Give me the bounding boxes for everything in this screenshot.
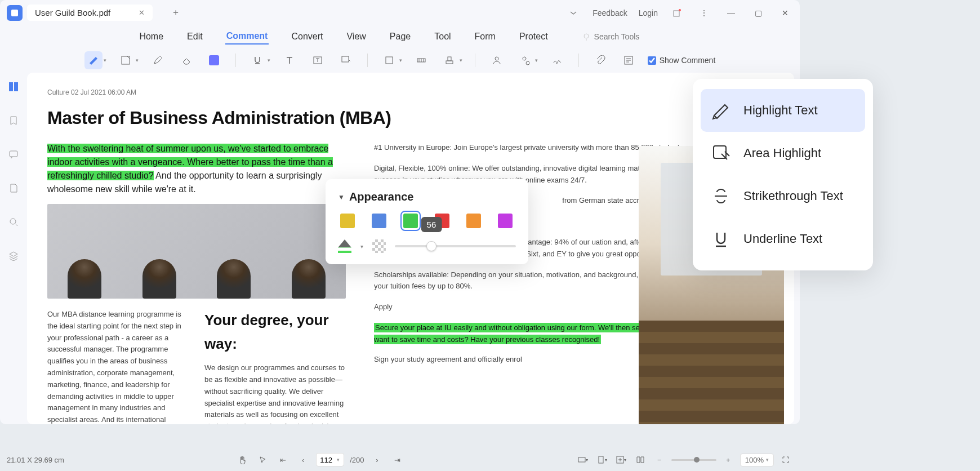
bookmark-icon[interactable] [5,112,22,129]
menu-page[interactable]: Page [389,29,412,44]
fill-color-icon[interactable] [338,239,351,253]
highlighter-icon[interactable] [84,51,103,69]
svg-point-2 [679,9,681,11]
zoom-in-icon[interactable]: + [721,452,736,467]
text-icon[interactable] [280,51,299,69]
svg-rect-11 [448,57,451,61]
menu-form[interactable]: Form [474,29,497,44]
user-settings-icon[interactable] [516,51,534,69]
user-icon[interactable] [488,51,506,69]
close-icon[interactable]: ✕ [777,5,793,21]
zoom-slider[interactable] [671,459,716,461]
underline-icon[interactable] [248,51,266,69]
anno-underline[interactable]: Underline Text [701,217,865,260]
fit-page-icon[interactable]: ▾ [595,452,609,467]
anno-label: Underline Text [743,232,822,246]
fit-width-icon[interactable]: ▾ [576,452,590,467]
comment-icon[interactable] [5,146,22,163]
comment-list-icon[interactable] [620,51,638,69]
hero-image [47,204,346,299]
svg-rect-10 [446,61,453,64]
show-comment-toggle[interactable]: Show Comment [648,56,716,65]
color-green[interactable] [403,214,418,228]
next-page-icon[interactable]: › [369,452,384,467]
transparency-icon[interactable] [372,239,386,253]
more-icon[interactable]: ⋮ [696,5,712,21]
note-icon[interactable] [117,51,135,69]
search-input[interactable] [594,32,662,41]
textbox-icon[interactable] [309,51,327,69]
zoom-value[interactable]: 100%▾ [740,454,774,466]
page-number-input[interactable] [320,456,337,464]
cursor-tool-icon[interactable] [255,452,270,467]
chevron-down-icon[interactable]: ▾ [104,57,106,63]
prev-page-icon[interactable]: ‹ [296,452,310,467]
menu-home[interactable]: Home [138,29,164,44]
add-tab-button[interactable]: ＋ [168,6,183,20]
stamp-icon[interactable] [440,51,458,69]
color-blue[interactable] [372,214,386,228]
search-icon[interactable] [5,214,22,230]
fullscreen-icon[interactable] [778,452,793,467]
signature-icon[interactable] [548,51,566,69]
underline-icon [710,228,732,250]
menu-convert[interactable]: Convert [290,29,324,44]
maximize-icon[interactable]: ▢ [750,5,766,21]
login-link[interactable]: Login [639,8,658,17]
eraser-icon[interactable] [177,51,195,69]
thumbnails-icon[interactable] [5,78,22,95]
layers-icon[interactable] [5,247,22,264]
share-icon[interactable] [669,5,685,21]
chevron-down-icon[interactable]: ▾ [460,57,462,63]
anno-strikethrough[interactable]: Strikethrough Text [701,175,865,217]
slider-thumb[interactable]: 56 [426,241,436,251]
chevron-down-icon[interactable] [565,5,581,21]
close-tab-icon[interactable]: ✕ [139,8,145,17]
chevron-down-icon[interactable]: ▾ [136,57,139,63]
anno-highlight-text[interactable]: Highlight Text [701,89,865,132]
last-page-icon[interactable]: ⇥ [390,452,404,467]
svg-rect-23 [599,456,603,463]
svg-rect-17 [14,82,18,91]
zoom-out-icon[interactable]: − [652,452,667,467]
chevron-down-icon[interactable]: ▾ [535,57,538,63]
menu-comment[interactable]: Comment [225,29,269,45]
feedback-link[interactable]: Feedback [593,8,627,17]
menu-view[interactable]: View [345,29,367,44]
page-input[interactable]: ▾ [316,453,344,466]
anno-label: Highlight Text [743,103,818,118]
first-page-icon[interactable]: ⇤ [275,452,290,467]
show-comment-checkbox[interactable] [648,56,656,65]
measure-icon[interactable] [412,51,430,69]
chevron-down-icon[interactable]: ▾ [360,243,363,250]
shape-rect-icon[interactable] [380,51,398,69]
file-icon[interactable] [5,180,22,197]
appearance-header[interactable]: ▼ Appearance [338,190,516,203]
color-orange[interactable] [466,214,481,228]
collapse-icon[interactable]: ▼ [338,193,345,201]
hand-tool-icon[interactable] [235,452,250,467]
chevron-down-icon[interactable]: ▾ [399,57,402,63]
document-tab[interactable]: User Guild Book.pdf ✕ [27,5,153,21]
chevron-down-icon[interactable]: ▾ [268,57,270,63]
zoom-mode-icon[interactable]: ▾ [614,452,629,467]
color-swatch-icon[interactable] [205,51,223,69]
attachment-icon[interactable] [591,51,609,69]
search-tools[interactable] [582,32,662,41]
svg-rect-8 [386,57,393,64]
slider-tooltip: 56 [421,217,442,232]
callout-icon[interactable] [337,51,355,69]
opacity-row: ▾ 56 [338,239,516,253]
menu-tool[interactable]: Tool [433,29,452,44]
read-mode-icon[interactable] [633,452,648,467]
app-logo-icon [7,5,23,21]
anno-area-highlight[interactable]: Area Highlight [701,132,865,175]
opacity-slider[interactable]: 56 [395,245,516,247]
svg-rect-16 [9,82,13,91]
pencil-icon[interactable] [149,51,167,69]
color-yellow[interactable] [340,214,355,228]
menu-edit[interactable]: Edit [186,29,204,44]
minimize-icon[interactable]: — [723,5,739,21]
color-purple[interactable] [498,214,513,228]
menu-protect[interactable]: Protect [518,29,549,44]
